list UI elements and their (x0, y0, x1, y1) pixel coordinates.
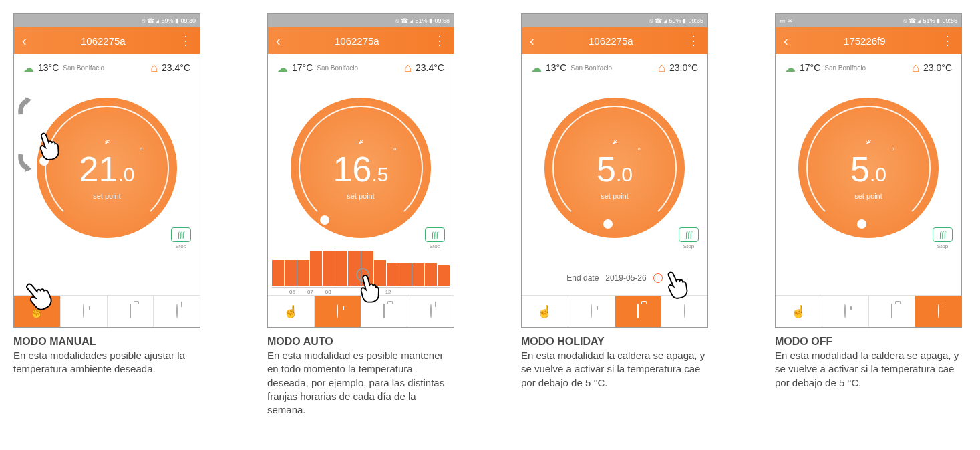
temperature-dial[interactable]: ⸙ ° 5.0 set point (544, 98, 685, 238)
dial-temp-display: ° 5.0 (597, 152, 633, 187)
stop-button[interactable]: ∫∫∫ Stop (931, 227, 955, 249)
back-button[interactable]: ‹ (22, 33, 27, 49)
phone-frame: ▭ ✉ ⎋ ☎ ◢ 51% ▮ 09:56 ‹ 175226f9 ⋮ ☁ 17°… (775, 13, 962, 328)
schedule-bar[interactable] (425, 263, 437, 286)
holiday-tab[interactable] (869, 296, 916, 327)
header-title: 175226f9 (844, 35, 886, 47)
battery-text: 51% (923, 17, 935, 24)
caption: MODO AUTO En esta modalidad es posible m… (267, 336, 454, 417)
clock-text: 09:58 (434, 17, 450, 24)
dial-area: ⸙ ° 16.5 set point ∫∫∫ Stop (268, 81, 454, 255)
indoor-weather: ⌂ 23.4°C (404, 61, 444, 75)
back-button[interactable]: ‹ (784, 33, 788, 49)
battery-icon: ▮ (937, 17, 940, 24)
clock-icon (83, 304, 84, 318)
dial-handle[interactable] (320, 215, 329, 225)
cloud-icon: ☁ (277, 62, 288, 74)
column-1: ⎋ ☎ ◢ 51% ▮ 09:58 ‹ 1062275a ⋮ ☁ 17°C Sa… (267, 13, 454, 417)
briefcase-icon (637, 304, 639, 318)
manual-tab[interactable]: ☝ (776, 296, 822, 327)
schedule-bar[interactable] (335, 251, 347, 286)
setpoint-label: set point (93, 192, 121, 200)
manual-tab[interactable]: ☝ (522, 296, 568, 327)
manual-tab[interactable]: ☝ (268, 296, 315, 327)
end-date-label: End date (566, 273, 599, 283)
indoor-weather: ⌂ 23.0°C (658, 61, 698, 75)
setpoint-int: 5 (597, 152, 616, 187)
schedule-bar[interactable] (285, 260, 297, 286)
off-tab[interactable] (407, 296, 454, 327)
signal-icon: ⎋ ☎ ◢ (395, 17, 413, 24)
schedule-bar[interactable] (323, 251, 335, 286)
setpoint-int: 5 (850, 152, 870, 187)
caption-text: En esta modalidad la caldera se apaga, y… (521, 349, 708, 390)
temperature-dial[interactable]: ⸙ ° 21.0 set point (37, 98, 177, 238)
menu-button[interactable]: ⋮ (941, 38, 953, 43)
menu-button[interactable]: ⋮ (434, 38, 446, 43)
schedule-bar[interactable] (399, 263, 412, 286)
power-icon (938, 304, 939, 318)
pointer-hand-icon (353, 270, 387, 307)
schedule-bar[interactable] (438, 265, 450, 286)
clock-icon (844, 304, 846, 318)
auto-tab[interactable] (822, 296, 869, 327)
setpoint-dec: .0 (870, 164, 886, 185)
off-tab[interactable] (154, 296, 200, 327)
thermometer-icon: ⸙ (613, 136, 617, 146)
menu-button[interactable]: ⋮ (180, 38, 192, 43)
holiday-tab[interactable] (615, 296, 662, 327)
battery-icon: ▮ (175, 17, 178, 24)
stop-button[interactable]: ∫∫∫ Stop (169, 227, 193, 249)
home-icon: ⌂ (150, 61, 158, 75)
schedule-bar[interactable] (387, 263, 399, 286)
stop-button[interactable]: ∫∫∫ Stop (677, 227, 701, 249)
clock-icon (591, 304, 592, 318)
outdoor-temp: 17°C (800, 62, 820, 73)
stop-label: Stop (169, 243, 193, 249)
briefcase-icon (130, 304, 131, 318)
header-title: 1062275a (589, 35, 633, 47)
auto-tab[interactable] (61, 296, 108, 327)
status-notif-icons: ▭ ✉ (780, 17, 793, 24)
location-text: San Bonifacio (317, 64, 358, 72)
signal-icon: ⎋ ☎ ◢ (649, 17, 667, 24)
caption-title: MODO AUTO (267, 336, 454, 348)
header-title: 1062275a (335, 35, 379, 47)
caption: MODO OFF En esta modalidad la caldera se… (775, 336, 962, 390)
indoor-temp: 23.4°C (416, 62, 444, 73)
holiday-tab[interactable] (108, 296, 154, 327)
outdoor-weather: ☁ 13°C San Bonifacio (23, 62, 104, 74)
caption-text: En esta modalidad la caldera se apaga, y… (775, 349, 962, 390)
rotate-arrow-up-icon (15, 94, 42, 124)
temperature-dial[interactable]: ⸙ ° 5.0 set point (798, 98, 939, 238)
schedule-x-tick: 07 (307, 289, 313, 295)
schedule-bar[interactable] (272, 260, 284, 286)
outdoor-weather: ☁ 17°C San Bonifacio (785, 62, 866, 74)
dial-area: ⸙ ° 5.0 set point ∫∫∫ Stop (776, 81, 961, 255)
schedule-x-tick: 08 (325, 289, 331, 295)
back-button[interactable]: ‹ (530, 33, 534, 49)
stop-label: Stop (677, 243, 701, 249)
outdoor-temp: 17°C (292, 62, 313, 73)
schedule-bar[interactable] (297, 260, 309, 286)
pointer-hand-icon (919, 261, 957, 303)
clock-icon (337, 304, 338, 318)
auto-tab[interactable] (568, 296, 615, 327)
outdoor-weather: ☁ 13°C San Bonifacio (531, 62, 612, 74)
temperature-dial[interactable]: ⸙ ° 16.5 set point (291, 98, 431, 238)
outdoor-temp: 13°C (546, 62, 566, 73)
schedule-bar[interactable] (310, 251, 322, 286)
setpoint-dec: .0 (118, 164, 134, 185)
cloud-icon: ☁ (785, 62, 796, 74)
battery-icon: ▮ (683, 17, 686, 24)
outdoor-weather: ☁ 17°C San Bonifacio (277, 62, 358, 74)
battery-text: 51% (415, 17, 427, 24)
menu-button[interactable]: ⋮ (687, 38, 699, 43)
back-button[interactable]: ‹ (276, 33, 281, 49)
thermometer-icon: ⸙ (866, 136, 871, 146)
end-date-value: 2019-05-26 (605, 273, 646, 283)
indoor-temp: 23.0°C (669, 62, 698, 73)
dial-handle[interactable] (857, 219, 866, 229)
schedule-bar[interactable] (412, 263, 424, 286)
dial-handle[interactable] (603, 219, 613, 229)
